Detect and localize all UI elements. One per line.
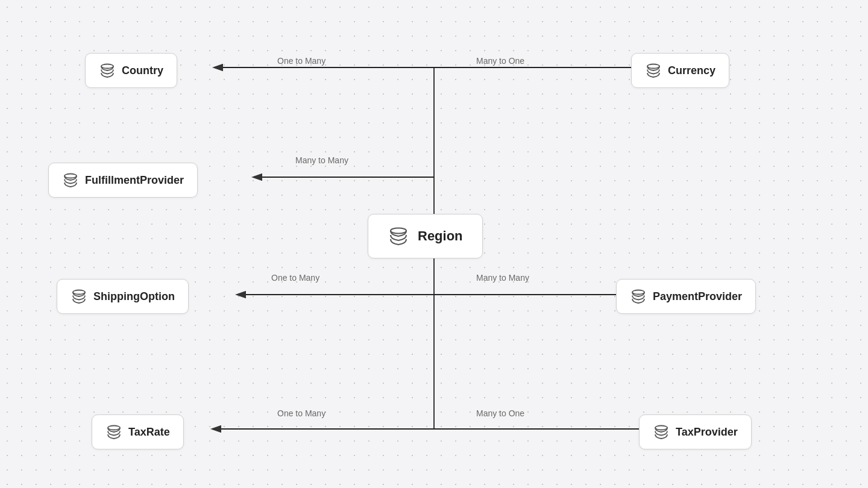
region-db-icon — [388, 225, 409, 247]
country-node: Country — [85, 53, 177, 88]
taxrate-db-icon — [105, 424, 122, 440]
tax-rate-label: TaxRate — [128, 426, 170, 439]
svg-point-13 — [101, 64, 113, 69]
svg-point-18 — [108, 426, 120, 430]
fulfillment-relation-label: Many to Many — [295, 155, 348, 165]
country-relation-label: One to Many — [277, 56, 326, 66]
taxrate-relation-label: One to Many — [277, 408, 326, 418]
svg-point-12 — [391, 228, 406, 234]
payment-db-icon — [630, 288, 647, 305]
payment-relation-label: Many to Many — [476, 273, 529, 283]
svg-point-16 — [73, 290, 85, 295]
shipping-relation-label: One to Many — [271, 273, 319, 283]
currency-relation-label: Many to One — [476, 56, 524, 66]
shipping-option-node: ShippingOption — [57, 279, 189, 314]
shipping-db-icon — [71, 288, 87, 305]
currency-node: Currency — [631, 53, 729, 88]
region-node: Region — [368, 214, 483, 258]
region-label: Region — [418, 228, 463, 244]
svg-point-15 — [64, 174, 77, 178]
tax-provider-node: TaxProvider — [639, 414, 752, 449]
payment-provider-label: PaymentProvider — [653, 290, 742, 303]
svg-point-17 — [632, 290, 644, 295]
fulfillment-db-icon — [62, 172, 79, 189]
country-label: Country — [122, 64, 163, 77]
fulfillment-provider-node: FulfillmentProvider — [48, 163, 198, 198]
taxprovider-relation-label: Many to One — [476, 408, 524, 418]
svg-point-14 — [647, 64, 659, 69]
tax-rate-node: TaxRate — [92, 414, 184, 449]
diagram-container: One to Many Many to One Many to Many One… — [0, 0, 868, 488]
shipping-option-label: ShippingOption — [93, 290, 175, 303]
country-db-icon — [99, 62, 116, 79]
taxprovider-db-icon — [653, 424, 670, 440]
currency-db-icon — [645, 62, 662, 79]
tax-provider-label: TaxProvider — [676, 426, 738, 439]
svg-point-19 — [655, 426, 667, 430]
currency-label: Currency — [668, 64, 715, 77]
fulfillment-provider-label: FulfillmentProvider — [85, 174, 184, 187]
payment-provider-node: PaymentProvider — [616, 279, 756, 314]
